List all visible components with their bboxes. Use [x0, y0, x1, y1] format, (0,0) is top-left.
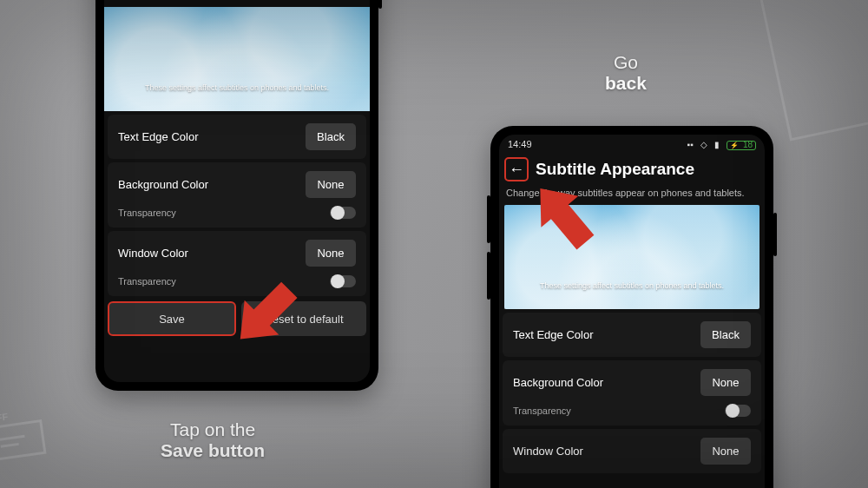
label-background-color: Background Color	[118, 178, 208, 191]
value-window-color[interactable]: None	[700, 438, 751, 465]
value-background-color[interactable]: None	[700, 369, 751, 396]
preview-text: These settings affect subtitles on phone…	[540, 281, 724, 290]
value-window-color[interactable]: None	[306, 240, 356, 267]
wifi-icon: ◇	[700, 140, 707, 149]
row-background-color[interactable]: Background Color None	[108, 162, 366, 207]
battery-icon: ⚡18	[727, 141, 756, 150]
caption-left-line2: Save button	[161, 440, 265, 460]
value-text-edge-color[interactable]: Black	[700, 321, 751, 348]
label-text-edge-color: Text Edge Color	[118, 130, 199, 143]
bg-decoration-stroke	[758, 0, 868, 142]
signal-icon: ▮	[714, 140, 720, 149]
sim-icon: ▪▪	[687, 140, 694, 149]
value-background-color[interactable]: None	[306, 171, 356, 198]
caption-right: Go back	[605, 52, 647, 94]
preview-text: These settings affect subtitles on phone…	[145, 83, 329, 92]
caption-right-line2: back	[605, 73, 647, 93]
page-title: Subtitle Appearance	[536, 160, 694, 179]
label-window-color: Window Color	[513, 445, 583, 458]
phone-left: These settings affect subtitles on phone…	[95, 0, 378, 391]
bg-decoration-off: OFF	[0, 406, 47, 461]
save-button[interactable]: Save	[108, 301, 236, 336]
phone-right: 14:49 ▪▪ ◇ ▮ ⚡18 ← Subtitle Appearance C…	[490, 126, 773, 488]
screen-left: These settings affect subtitles on phone…	[104, 0, 370, 382]
label-bg-transparency: Transparency	[513, 406, 571, 416]
status-time: 14:49	[508, 139, 532, 149]
toggle-bg-transparency[interactable]	[330, 207, 356, 219]
reset-button[interactable]: Reset to default	[241, 301, 366, 336]
caption-right-line1: Go	[614, 52, 638, 72]
screen-right: 14:49 ▪▪ ◇ ▮ ⚡18 ← Subtitle Appearance C…	[499, 135, 765, 488]
label-text-edge-color: Text Edge Color	[513, 328, 594, 341]
label-bg-transparency: Transparency	[118, 208, 176, 218]
toggle-win-transparency[interactable]	[330, 275, 356, 287]
status-icons: ▪▪ ◇ ▮ ⚡18	[683, 139, 756, 149]
status-bar: 14:49 ▪▪ ◇ ▮ ⚡18	[499, 135, 765, 154]
caption-left-line1: Tap on the	[170, 419, 255, 439]
subtitle-preview: These settings affect subtitles on phone…	[504, 205, 760, 309]
row-win-transparency[interactable]: Transparency	[108, 275, 366, 296]
label-win-transparency: Transparency	[118, 276, 176, 287]
back-button[interactable]: ←	[504, 157, 529, 181]
row-text-edge-color[interactable]: Text Edge Color Black	[503, 313, 761, 357]
row-text-edge-color[interactable]: Text Edge Color Black	[108, 115, 366, 159]
label-window-color: Window Color	[118, 247, 188, 260]
page-subtitle: Change the way subtitles appear on phone…	[499, 187, 765, 205]
back-arrow-icon: ←	[509, 162, 524, 177]
row-window-color[interactable]: Window Color None	[503, 429, 761, 473]
subtitle-preview: These settings affect subtitles on phone…	[104, 7, 370, 111]
value-text-edge-color[interactable]: Black	[306, 123, 356, 150]
row-window-color[interactable]: Window Color None	[108, 231, 366, 275]
toggle-bg-transparency[interactable]	[725, 405, 751, 417]
caption-left: Tap on the Save button	[161, 419, 265, 461]
row-background-color[interactable]: Background Color None	[503, 360, 761, 405]
row-bg-transparency[interactable]: Transparency	[108, 207, 366, 228]
row-bg-transparency[interactable]: Transparency	[503, 405, 761, 425]
label-background-color: Background Color	[513, 376, 603, 389]
